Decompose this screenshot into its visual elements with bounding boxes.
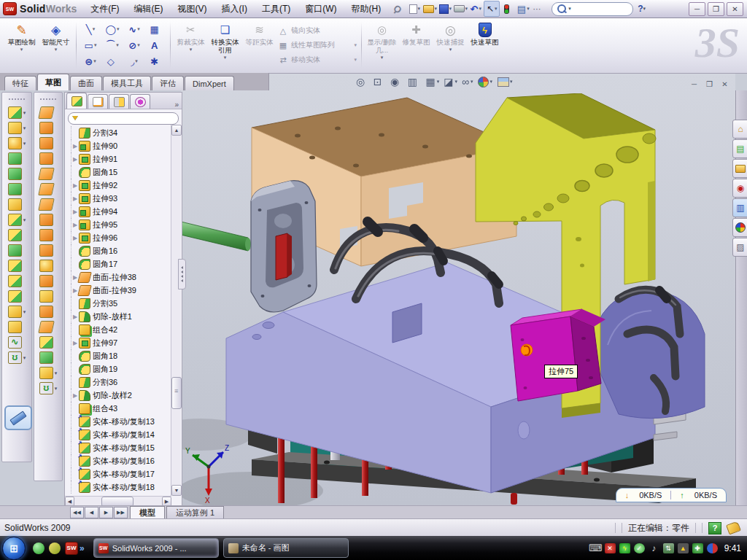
replace-face-icon[interactable]	[39, 275, 53, 287]
expand-arrow-icon[interactable]: ▶	[71, 143, 79, 149]
scroll-down-button[interactable]: ▼	[171, 485, 182, 496]
zoom-magnify-icon[interactable]: ◉ ▾	[390, 76, 403, 88]
menu-item[interactable]: 帮助(H)	[345, 1, 388, 18]
taskbar-window-button[interactable]: 未命名 - 画图	[223, 538, 349, 558]
select-arrow-icon[interactable]: ↖ ▾	[484, 1, 500, 17]
wrap-icon[interactable]	[8, 152, 22, 165]
tree-item[interactable]: ▶ 实体-移动/复制14	[71, 428, 171, 441]
ruled-surface-icon[interactable]	[39, 214, 53, 226]
delete-face-icon[interactable]	[39, 260, 53, 272]
instant3d-icon[interactable]	[8, 321, 22, 333]
command-tab[interactable]: 特征	[4, 76, 36, 90]
tree-vertical-scrollbar[interactable]: ▲ ▼	[171, 125, 181, 496]
tree-item[interactable]: ▶ 拉伸91	[71, 152, 171, 166]
ribbon-button[interactable]: ◎快速捕捉▾	[433, 19, 468, 71]
view-palette-icon[interactable]: ▥	[732, 198, 747, 217]
tree-item[interactable]: ▶ 拉伸96	[71, 231, 171, 244]
tree-item[interactable]: ▶ 曲面-拉伸38	[71, 271, 171, 284]
expand-arrow-icon[interactable]: ▶	[71, 235, 79, 241]
doc-restore-button[interactable]: ❐	[703, 79, 716, 89]
menu-item[interactable]: 视图(V)	[171, 1, 214, 18]
edit-appearance-icon[interactable]: ▾	[477, 77, 492, 88]
file-explorer-icon[interactable]	[732, 159, 747, 178]
ribbon-button[interactable]: ◈ 智能尺寸 ▾	[39, 19, 73, 71]
text-icon[interactable]: A ▾	[145, 37, 167, 53]
ribbon-button[interactable]: ⇄ 移动实体 ▾	[276, 53, 358, 66]
extruded-cut-icon[interactable]	[8, 106, 22, 119]
model-tab[interactable]: 运动算例 1	[166, 506, 224, 519]
tree-item[interactable]: ▶ 拉伸92	[71, 179, 171, 192]
tree-item[interactable]: ▶ 圆角19	[71, 362, 171, 376]
surface-fillet-icon[interactable]	[39, 244, 53, 257]
pin-icon[interactable]: Ϙ ▾	[392, 1, 406, 16]
more-tools-icon[interactable]: ⋯ ▾	[531, 1, 546, 16]
ribbon-button[interactable]: ❏转换实体引用▾	[208, 19, 242, 71]
trim-surface-icon[interactable]	[39, 137, 53, 149]
selection-box-icon[interactable]: ▦ ▾	[145, 21, 167, 37]
reference-icon[interactable]	[39, 367, 53, 379]
toolbox-icon[interactable]: ◉	[732, 179, 747, 198]
first-tab-button[interactable]: ◀◀	[70, 507, 84, 518]
solidworks-resources-icon[interactable]: ⌂	[732, 120, 747, 139]
hole-wizard-icon[interactable]	[8, 198, 22, 211]
model-tab[interactable]: 模型	[130, 506, 165, 519]
tree-item[interactable]: ▶ 组合43	[71, 402, 171, 415]
model-canvas[interactable]: Y Z X	[181, 93, 735, 505]
lofted-boss-icon[interactable]	[8, 168, 22, 180]
tree-item[interactable]: ▶ 圆角15	[71, 166, 171, 179]
circle-icon[interactable]: ◯ ▾	[101, 21, 123, 37]
new-file-icon[interactable]: ▾	[407, 1, 422, 16]
scrollbar-thumb[interactable]	[171, 377, 182, 409]
command-tab[interactable]: 草图	[37, 74, 69, 90]
zoom-fit-icon[interactable]: ◎ ▾	[356, 76, 369, 88]
tree-item[interactable]: ▶ 实体-移动/复制17	[71, 467, 171, 481]
firewall-icon[interactable]: ϟ	[619, 543, 630, 553]
menu-item[interactable]: 工具(T)	[255, 1, 297, 18]
curve-icon[interactable]: ∿	[8, 336, 22, 349]
save-icon[interactable]: ▾	[438, 1, 452, 16]
configurationmanager-tab[interactable]	[109, 94, 129, 109]
tree-item[interactable]: ▶ 分割34	[71, 126, 171, 139]
doc-minimize-button[interactable]: ─	[688, 79, 700, 89]
solidworks-launcher-icon[interactable]: SW	[65, 542, 78, 555]
tree-item[interactable]: ▶ 拉伸93	[71, 192, 171, 205]
tree-item[interactable]: ▶ 分割36	[71, 376, 171, 389]
mirror-icon[interactable]	[8, 275, 22, 287]
apply-scene-icon[interactable]: ▾	[497, 77, 513, 87]
tree-item[interactable]: ▶ 拉伸97	[71, 336, 171, 349]
tree-item[interactable]: ▶ 组合42	[71, 323, 171, 336]
spline-icon[interactable]: ∿ ▾	[123, 21, 145, 37]
tree-item[interactable]: ▶ 圆角16	[71, 244, 171, 257]
antivirus-icon[interactable]: ✕	[605, 543, 616, 553]
volume-icon[interactable]: ♪	[649, 543, 659, 553]
doc-close-button[interactable]: ✕	[719, 79, 731, 89]
view-orientation-icon[interactable]: ▦ ▾	[425, 76, 439, 88]
tree-item[interactable]: ▶ 曲面-拉伸39	[71, 284, 171, 297]
dimxpertmanager-tab[interactable]	[130, 94, 150, 109]
security-icon[interactable]	[49, 542, 61, 554]
keyboard-icon[interactable]: ⌨	[590, 543, 601, 553]
minimize-button[interactable]: ─	[689, 2, 705, 16]
ribbon-button[interactable]: ✎ 草图绘制 ▾	[4, 19, 39, 71]
planar-surface-icon[interactable]	[38, 183, 55, 195]
close-button[interactable]: ✕	[727, 2, 743, 16]
menu-item[interactable]: 插入(I)	[215, 1, 254, 18]
options-list-icon[interactable]: ▤ ▾	[516, 1, 530, 16]
fillet-icon[interactable]	[8, 137, 22, 149]
tree-item[interactable]: ▶ 拉伸90	[71, 139, 171, 152]
alert-icon[interactable]: ▲	[678, 543, 689, 553]
quick-tips-button[interactable]: ?	[708, 522, 721, 534]
prev-tab-button[interactable]: ◀	[85, 507, 98, 518]
quick-launch-overflow[interactable]: »	[80, 543, 85, 553]
polygon-icon[interactable]: ◇ ▾	[101, 53, 123, 69]
ribbon-button[interactable]: ϟ快速草图▾	[468, 19, 502, 71]
start-button[interactable]: ⊞	[2, 537, 26, 560]
point-icon[interactable]: ✱ ▾	[145, 53, 167, 69]
filled-surface-icon[interactable]	[38, 168, 55, 180]
freeform-icon[interactable]	[38, 321, 55, 333]
custom-properties-icon[interactable]: ▨	[732, 238, 747, 257]
line-icon[interactable]: ╲ ▾	[80, 21, 101, 37]
menu-item[interactable]: 窗口(W)	[298, 1, 343, 18]
swept-surface-icon[interactable]	[38, 106, 55, 119]
offset-surface-icon[interactable]	[38, 198, 55, 211]
